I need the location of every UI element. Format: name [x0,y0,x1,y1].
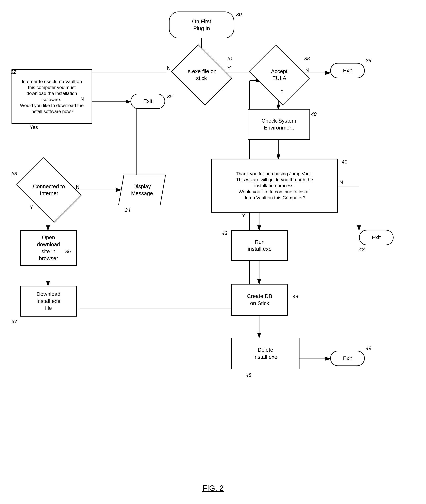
node-43: Run install.exe [231,230,288,261]
ref-37: 37 [12,318,17,324]
node-42: Exit [359,230,394,245]
arrow-n32-n: N [80,96,84,102]
node-31-container: Is.exe file on stick [178,56,226,94]
node-33: Connected to Internet [16,157,81,222]
node-40: Check System Environment [248,109,310,140]
flowchart: On First Plug In 30 Is.exe file on stick… [0,0,426,480]
ref-48: 48 [246,372,251,378]
node-49: Exit [330,351,365,366]
node-36: Open download site in browser [20,230,77,266]
node-41: Thank you for purchasing Jump Vault. Thi… [211,159,338,213]
node-33-container: Connected to Internet [22,171,76,209]
ref-49: 49 [366,345,371,351]
node-38-container: Accept EULA [255,56,303,94]
arrow-n33-y: Y [30,204,33,210]
arrow-n33-n: N [76,184,79,190]
arrow-n41-y: Y [242,213,245,218]
ref-42: 42 [359,246,365,252]
ref-39: 39 [366,57,371,63]
node-37: Download install.exe file [20,286,77,316]
ref-40: 40 [311,111,317,117]
node-34: Display Message [118,175,166,205]
arrow-n32-yes: Yes [30,124,38,130]
node-30: On First Plug In [169,12,234,38]
node-32: In order to use Jump Vault on this compu… [12,69,92,124]
ref-30: 30 [236,12,242,17]
node-31: Is.exe file on stick [171,44,232,105]
ref-35: 35 [167,94,173,100]
node-44: Create DB on Stick [231,284,288,315]
arrow-n31-n: N [167,65,171,71]
arrow-n38-y: Y [280,88,284,94]
figure-label: FIG. 2 [202,484,224,492]
ref-44: 44 [293,294,298,300]
arrow-n41-n: N [339,179,343,185]
ref-34: 34 [125,207,130,213]
ref-43: 43 [222,230,227,236]
ref-31: 31 [227,56,233,62]
arrow-n31-y: Y [227,65,231,71]
ref-41: 41 [342,159,347,165]
ref-33: 33 [12,171,17,177]
node-35: Exit [131,94,165,109]
node-38: Accept EULA [249,44,310,105]
ref-38: 38 [304,56,310,62]
ref-36: 36 [65,248,71,254]
arrow-n38-n: N [305,67,309,73]
node-39: Exit [330,63,365,78]
ref-32: 32 [11,69,16,75]
node-48: Delete install.exe [231,338,299,369]
